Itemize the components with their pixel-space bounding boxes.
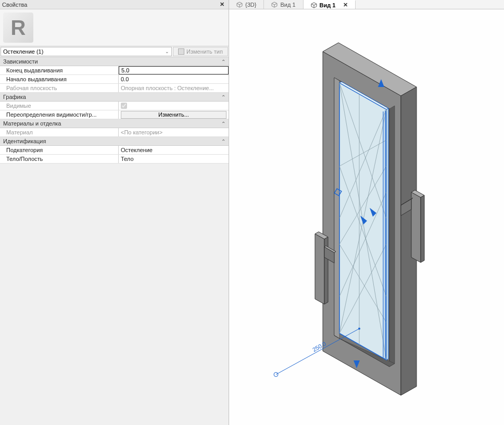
svg-marker-18 [334,78,339,339]
svg-line-1 [237,3,240,5]
prop-value-extrude-end[interactable] [119,66,229,74]
chevron-up-icon: ⌃ [221,94,225,100]
extrude-end-input[interactable] [121,67,226,73]
svg-point-53 [358,328,360,330]
chevron-up-icon: ⌃ [221,139,225,144]
type-selector-dropdown[interactable]: Остекление (1) ⌄ [1,47,172,56]
cube-icon [236,2,243,8]
tab-3d[interactable]: {3D} [229,0,264,9]
svg-line-9 [311,4,314,5]
svg-line-5 [272,3,274,5]
svg-marker-43 [421,195,424,262]
prop-label: Переопределения видимости/гр... [0,110,119,119]
prop-label: Видимые [0,102,119,110]
svg-line-6 [274,3,277,5]
view-tab-strip: {3D} Вид 1 Вид 1 ✕ [229,0,504,9]
prop-row-material: Материал <По категории> [0,128,229,137]
prop-value-visible [119,102,229,110]
prop-label: Тело/Полость [0,155,119,163]
viewport-area: {3D} Вид 1 Вид 1 ✕ [229,0,504,425]
properties-panel: Свойства ✕ R Остекление (1) ⌄ Изменить т… [0,0,229,425]
tab-view1-b[interactable]: Вид 1 ✕ [304,0,356,9]
workplane-text: Опорная плоскость : Остекление... [121,85,214,91]
3d-canvas[interactable]: 250.0 [229,9,504,425]
group-title: Зависимости [3,58,38,65]
svg-marker-36 [315,234,324,304]
prop-row-subcategory: Подкатегория Остекление [0,146,229,155]
prop-value-material[interactable]: <По категории> [119,128,229,136]
panel-header: Свойства ✕ [0,0,229,9]
prop-row-visible: Видимые [0,102,229,110]
svg-line-2 [240,3,242,5]
group-header-dependencies[interactable]: Зависимости ⌃ [0,57,229,66]
cube-icon [271,2,278,8]
prop-value-solidvoid[interactable]: Тело [119,155,229,163]
revit-logo: R [3,12,33,43]
panel-close-button[interactable]: ✕ [218,1,226,8]
logo-row: R [0,9,229,46]
panel-title: Свойства [2,2,27,8]
svg-marker-41 [411,192,421,262]
prop-row-extrude-end: Конец выдавливания [0,66,229,75]
type-selector-text: Остекление (1) [3,48,43,55]
edit-type-label: Изменить тип [186,48,223,55]
prop-value-workplane: Опорная плоскость : Остекление... [119,84,229,92]
subcategory-text: Остекление [121,147,153,153]
prop-label: Конец выдавливания [0,66,119,74]
edit-type-icon [178,48,184,55]
edit-type-button[interactable]: Изменить тип [173,47,228,56]
tab-label: Вид 1 [280,2,295,8]
prop-row-solidvoid: Тело/Полость Тело [0,155,229,164]
prop-label: Материал [0,128,119,136]
solidvoid-text: Тело [121,156,134,162]
prop-label: Подкатегория [0,146,119,154]
chevron-up-icon: ⌃ [221,121,225,127]
door-model-svg: 250.0 [229,9,504,425]
tab-view1-a[interactable]: Вид 1 [264,0,303,9]
type-selector-row: Остекление (1) ⌄ Изменить тип [0,46,229,57]
tab-label: Вид 1 [320,2,336,8]
override-edit-button[interactable]: Изменить... [121,111,226,119]
extrude-start-text: 0.0 [121,76,129,82]
cube-icon [311,2,317,8]
tab-label: {3D} [245,2,256,8]
group-header-materials[interactable]: Материалы и отделка ⌃ [0,119,229,128]
group-header-identity[interactable]: Идентификация ⌃ [0,137,229,146]
group-title: Материалы и отделка [3,120,61,127]
prop-label: Рабочая плоскость [0,84,119,92]
prop-row-override: Переопределения видимости/гр... Изменить… [0,110,229,119]
svg-marker-21 [386,108,388,360]
material-text: <По категории> [121,129,162,135]
group-title: Идентификация [3,138,46,144]
svg-line-10 [314,4,317,5]
prop-value-extrude-start[interactable]: 0.0 [119,75,229,83]
tab-close-button[interactable]: ✕ [343,2,348,8]
svg-marker-17 [389,106,395,367]
prop-value-override: Изменить... [119,110,229,119]
chevron-up-icon: ⌃ [221,59,225,65]
prop-label: Начало выдавливания [0,75,119,83]
chevron-down-icon: ⌄ [165,49,169,54]
prop-row-workplane: Рабочая плоскость Опорная плоскость : Ос… [0,84,229,93]
prop-value-subcategory[interactable]: Остекление [119,146,229,154]
group-header-graphics[interactable]: Графика ⌃ [0,93,229,102]
group-title: Графика [3,94,26,100]
visible-checkbox [121,103,127,109]
prop-row-extrude-start: Начало выдавливания 0.0 [0,75,229,84]
